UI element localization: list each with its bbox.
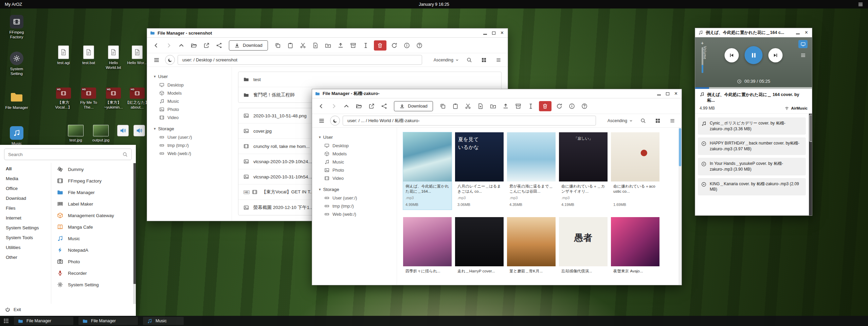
category-download[interactable]: Download: [0, 193, 51, 203]
category-internet[interactable]: Internet: [0, 213, 51, 223]
app-item-ffmpeg-factory[interactable]: FFmpeg Factory: [51, 175, 132, 187]
app-item-photo[interactable]: Photo: [51, 256, 132, 267]
forward-button[interactable]: [163, 40, 175, 51]
window-titlebar[interactable]: 例えば、今此処に置かれた花に＿164 c... ×: [695, 28, 812, 37]
scrollbar-thumb[interactable]: [809, 115, 812, 142]
open-button[interactable]: [188, 40, 200, 51]
aroz-brand[interactable]: My ArOZ: [5, 2, 22, 7]
cast-button[interactable]: [798, 40, 808, 48]
sidebar-item-user-drive[interactable]: User (user:/): [154, 133, 232, 141]
previous-track-button[interactable]: [725, 48, 739, 62]
desktop-icon-ffmpeg-factory[interactable]: FFmpeg Factory: [4, 15, 29, 40]
copy-button[interactable]: [437, 101, 449, 112]
dark-mode-toggle[interactable]: [330, 116, 340, 126]
next-track-button[interactable]: [768, 48, 783, 62]
app-item-manga-cafe[interactable]: Manga Cafe: [51, 221, 132, 233]
desktop-file-hello-wor[interactable]: Hello Wor...: [125, 45, 150, 65]
app-item-recorder[interactable]: Recorder: [51, 267, 132, 279]
app-item-file-manager[interactable]: File Manager: [51, 187, 132, 198]
sidebar-item-photo[interactable]: Photo: [319, 166, 397, 174]
desktop-icon-file-manager[interactable]: File Manager: [4, 90, 29, 110]
app-item-label-maker[interactable]: Label Maker: [51, 198, 132, 210]
new-folder-button[interactable]: [487, 101, 499, 112]
taskbar-item-file-manager[interactable]: File Manager: [78, 317, 138, 325]
sidebar-section-storage[interactable]: ▾Storage: [154, 126, 232, 131]
file-tile[interactable]: 菫と蘑菇＿青K月...: [507, 217, 556, 277]
forward-button[interactable]: [328, 101, 340, 112]
open-button[interactable]: [353, 101, 365, 112]
help-button[interactable]: [414, 40, 426, 51]
rename-button[interactable]: [525, 101, 537, 112]
sidebar-item-user-drive[interactable]: User (user:/): [319, 194, 397, 202]
download-button[interactable]: Download: [229, 40, 268, 51]
desktop-video-file[interactable]: HD 【東方Vocal...】: [51, 88, 76, 110]
app-launcher-button[interactable]: [3, 318, 9, 324]
scrollbar[interactable]: [679, 128, 682, 285]
refresh-button[interactable]: [388, 40, 400, 51]
sidebar-item-models[interactable]: Models: [154, 89, 232, 97]
playlist-item[interactable]: In Your Hands＿yusukeP cover. by 柘榴-zakur…: [698, 158, 806, 175]
sidebar-section-user[interactable]: ▾User: [319, 135, 397, 140]
search-button[interactable]: [463, 55, 475, 65]
search-input[interactable]: [8, 152, 120, 157]
file-tile[interactable]: 夜聲東京 Avajo...: [611, 217, 659, 277]
playlist-item[interactable]: KING＿Kanaria cover. by 柘榴-zakuro-.mp3 (2…: [698, 178, 806, 196]
upload-button[interactable]: [500, 101, 512, 112]
app-item-notepada[interactable]: NotepadA: [51, 244, 132, 256]
category-all[interactable]: All: [0, 164, 51, 174]
paste-button[interactable]: [285, 40, 296, 51]
start-menu-search[interactable]: [4, 149, 132, 160]
copy-button[interactable]: [272, 40, 284, 51]
desktop-file-test-bat[interactable]: test.bat: [76, 45, 101, 65]
maximize-button[interactable]: [492, 32, 495, 35]
minimize-button[interactable]: [657, 92, 661, 95]
delete-button[interactable]: [374, 40, 386, 51]
desktop-image-output-jpg[interactable]: output.jpg: [88, 125, 113, 142]
back-button[interactable]: [315, 101, 327, 112]
archive-button[interactable]: [347, 40, 359, 51]
file-tile[interactable]: 君が夜の海に還るまで＿こんにちは谷田....mp34.35MB: [507, 132, 556, 210]
category-office[interactable]: Office: [0, 184, 51, 193]
window-menu-button[interactable]: [150, 55, 162, 65]
new-folder-button[interactable]: [322, 40, 334, 51]
maximize-button[interactable]: [666, 92, 669, 95]
category-media[interactable]: Media: [0, 174, 51, 184]
file-tile[interactable]: 四季折々に揺られ...: [403, 217, 452, 277]
category-files[interactable]: Files: [0, 203, 51, 213]
help-button[interactable]: [579, 101, 591, 112]
file-tile[interactable]: 「寂しい」 命に嫌われている＋＿カンザキイオリ....mp34.19MB: [559, 132, 608, 210]
sidebar-item-video[interactable]: Video: [154, 113, 232, 121]
desktop-video-file[interactable]: HD 【紅之なた】about...: [125, 88, 150, 110]
file-manager-window-zakuro[interactable]: File Manager - 柘榴-zakuro- × Download use…: [312, 89, 682, 285]
scrollbar[interactable]: [133, 163, 136, 304]
desktop-image-test-jpg[interactable]: test.jpg: [63, 125, 88, 142]
app-item-dummy[interactable]: Dummy: [51, 164, 132, 175]
sidebar-section-storage[interactable]: ▾Storage: [319, 187, 397, 192]
close-button[interactable]: ×: [805, 30, 808, 35]
category-system-settings[interactable]: System Settings: [0, 223, 51, 233]
sidebar-item-models[interactable]: Models: [319, 150, 397, 158]
app-item-management-gateway[interactable]: Management Gateway: [51, 210, 132, 221]
file-row-folder[interactable]: test: [238, 72, 501, 87]
window-titlebar[interactable]: File Manager - 柘榴-zakuro- ×: [312, 89, 682, 98]
music-player-window[interactable]: 例えば、今此処に置かれた花に＿164 c... × + Volume 00:39…: [695, 28, 812, 216]
search-button[interactable]: [637, 115, 649, 126]
seek-bar[interactable]: [695, 87, 812, 89]
properties-button[interactable]: [401, 40, 413, 51]
scrollbar-thumb[interactable]: [133, 163, 136, 284]
breadcrumb[interactable]: user: / Desktop / screenshot: [178, 55, 422, 65]
cut-button[interactable]: [462, 101, 474, 112]
breadcrumb[interactable]: user: / ... / Hello World / 柘榴-zakuro-: [343, 116, 596, 126]
open-external-button[interactable]: [365, 101, 377, 112]
file-tile[interactable]: 走れ＿HarryP cover...: [455, 217, 504, 277]
exit-button[interactable]: Exit: [0, 304, 136, 316]
delete-button[interactable]: [539, 101, 551, 111]
close-button[interactable]: ×: [501, 30, 504, 36]
window-menu-button[interactable]: [315, 115, 327, 126]
sort-order-dropdown[interactable]: Ascending: [608, 118, 633, 123]
category-utilities[interactable]: Utilities: [0, 243, 51, 252]
back-button[interactable]: [150, 40, 162, 51]
desktop-audio-file[interactable]: [115, 125, 130, 136]
desktop-audio-file[interactable]: [132, 125, 147, 136]
system-menu-button[interactable]: [858, 2, 863, 7]
